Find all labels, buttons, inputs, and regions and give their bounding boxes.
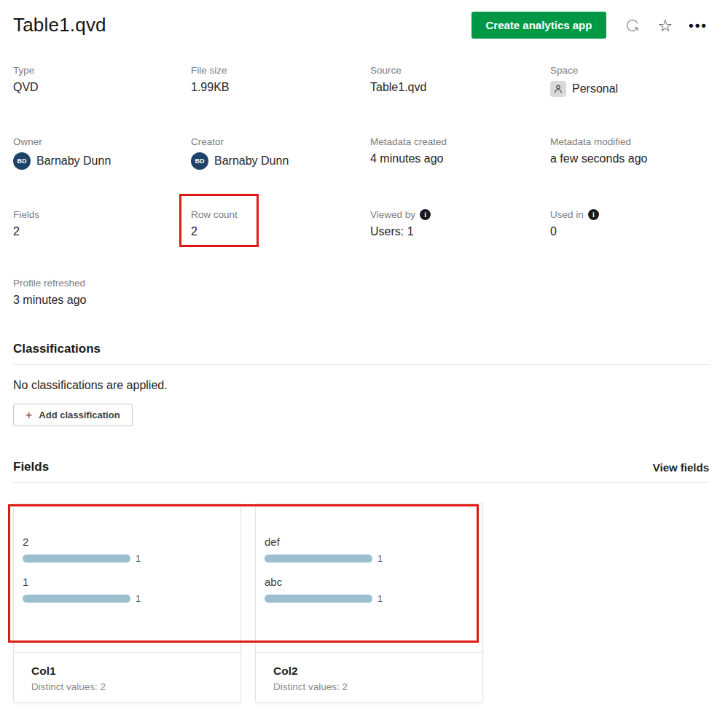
- bar-group: 1 1: [23, 576, 232, 604]
- create-analytics-app-button[interactable]: Create analytics app: [471, 12, 607, 39]
- metadata-grid: Type QVD File size 1.99KB Source Table1.…: [13, 65, 709, 307]
- reload-icon[interactable]: [622, 15, 643, 36]
- field-card-col2[interactable]: def 1 abc 1 Col2 Distinct values: 2: [255, 503, 483, 703]
- meta-viewed-by: Viewed by i Users: 1: [370, 209, 550, 238]
- meta-profile-refreshed: Profile refreshed 3 minutes ago: [13, 278, 191, 307]
- meta-source: Source Table1.qvd: [370, 65, 550, 97]
- value-bar: [265, 595, 372, 603]
- bar-group: 2 1: [23, 536, 232, 564]
- owner-avatar: BD: [13, 152, 31, 170]
- divider: [13, 364, 709, 365]
- owner-name: Barnaby Dunn: [36, 154, 111, 168]
- add-classification-button[interactable]: + Add classification: [13, 404, 133, 426]
- bar-group: abc 1: [265, 576, 474, 604]
- field-cards: 2 1 1 1 Col1 Distinct values: 2 def: [13, 503, 709, 703]
- info-icon[interactable]: i: [420, 209, 431, 220]
- meta-fields-count: Fields 2: [13, 209, 191, 238]
- fields-section: Fields View fields: [13, 460, 709, 483]
- value-bar: [265, 555, 372, 563]
- field-card-footer: Col1 Distinct values: 2: [14, 652, 240, 702]
- classifications-section: Classifications No classifications are a…: [13, 342, 709, 426]
- field-card-col1[interactable]: 2 1 1 1 Col1 Distinct values: 2: [13, 503, 241, 703]
- page-title: Table1.qvd: [13, 14, 471, 36]
- meta-creator: Creator BD Barnaby Dunn: [191, 136, 370, 170]
- value-bar: [23, 595, 130, 603]
- plus-icon: +: [26, 411, 32, 420]
- field-card-chart: 2 1 1 1: [14, 504, 240, 652]
- value-bar: [23, 555, 130, 563]
- header-icon-group: ☆ •••: [622, 15, 709, 36]
- person-space-icon: [550, 81, 566, 97]
- meta-file-size: File size 1.99KB: [191, 65, 370, 97]
- meta-used-in: Used in i 0: [550, 209, 709, 238]
- creator-avatar: BD: [191, 152, 208, 170]
- field-card-footer: Col2 Distinct values: 2: [256, 652, 482, 702]
- fields-heading: Fields: [13, 460, 49, 474]
- classifications-empty-text: No classifications are applied.: [13, 379, 709, 392]
- meta-created: Metadata created 4 minutes ago: [370, 136, 550, 170]
- space-name: Personal: [572, 82, 618, 95]
- meta-space: Space Personal: [550, 65, 709, 97]
- star-icon[interactable]: ☆: [656, 16, 674, 35]
- view-fields-link[interactable]: View fields: [653, 461, 709, 474]
- meta-modified: Metadata modified a few seconds ago: [550, 136, 709, 170]
- more-options-icon[interactable]: •••: [687, 19, 709, 32]
- bar-group: def 1: [265, 536, 474, 564]
- classifications-heading: Classifications: [13, 342, 709, 356]
- info-icon[interactable]: i: [588, 209, 599, 220]
- meta-row-count: Row count 2: [191, 209, 370, 238]
- field-card-chart: def 1 abc 1: [256, 504, 482, 652]
- meta-owner: Owner BD Barnaby Dunn: [13, 136, 191, 170]
- page-header: Table1.qvd Create analytics app ☆ •••: [0, 0, 728, 39]
- meta-type: Type QVD: [13, 65, 191, 97]
- creator-name: Barnaby Dunn: [214, 154, 289, 168]
- divider: [13, 482, 709, 483]
